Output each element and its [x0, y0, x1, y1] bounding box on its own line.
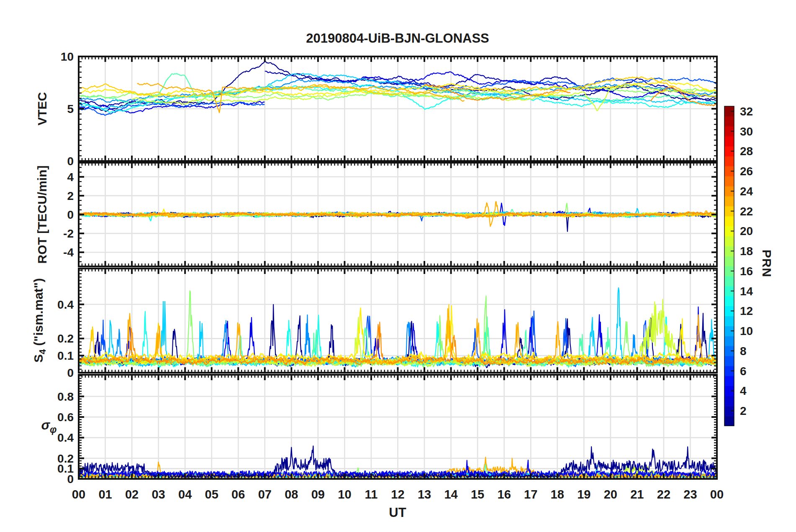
ytick-label: 0.1: [57, 349, 74, 362]
colorbar-tick-label: 6: [740, 365, 747, 378]
ytick-label: 0: [67, 208, 74, 221]
ylabel-rot: ROT [TECU/min]: [35, 166, 49, 264]
ytick-label: 0.4: [57, 298, 74, 311]
ytick-label: -2: [63, 227, 74, 240]
xtick-label: 14: [444, 488, 457, 501]
ytick-label: 0: [67, 366, 74, 379]
ytick-label: 4: [67, 171, 74, 184]
xtick-label: 03: [151, 488, 165, 501]
ytick-label: 0.6: [57, 411, 74, 424]
xlabel-ut: UT: [389, 505, 406, 520]
colorbar-tick-label: 24: [740, 185, 753, 198]
colorbar-tick-label: 14: [740, 285, 753, 298]
xtick-label: 13: [418, 488, 431, 501]
colorbar-tick-label: 8: [740, 345, 747, 358]
xtick-label: 00: [710, 488, 724, 501]
ytick-label: 0.2: [57, 452, 74, 465]
panel-sigma_phi: 00.10.20.40.60.8: [57, 375, 717, 486]
panel-VTEC: 0510: [61, 50, 717, 168]
xtick-label: 18: [551, 488, 564, 501]
figure-canvas: 0510-4-202400.10.20.400.10.20.40.60.8000…: [0, 0, 796, 532]
ytick-label: 0: [67, 155, 74, 168]
ylabel-vtec: VTEC: [35, 92, 49, 125]
figure: 0510-4-202400.10.20.400.10.20.40.60.8000…: [0, 0, 796, 532]
chart-title: 20190804-UiB-BJN-GLONASS: [306, 31, 489, 46]
colorbar-tick-label: 22: [740, 205, 753, 218]
xtick-label: 19: [577, 488, 591, 501]
xtick-label: 02: [125, 488, 139, 501]
panel-S4: 00.10.20.4: [57, 269, 717, 379]
xtick-label: 22: [657, 488, 670, 501]
panel-ROT: -4-2024: [63, 163, 717, 266]
xtick-label: 00: [72, 488, 85, 501]
colorbar-tick-label: 30: [740, 125, 753, 138]
xtick-label: 20: [604, 488, 617, 501]
s4-label-main: S: [31, 354, 45, 363]
ytick-label: -4: [63, 246, 74, 259]
colorbar-tick-label: 4: [740, 384, 747, 397]
xtick-label: 23: [683, 488, 697, 501]
ytick-label: 0.2: [57, 332, 74, 345]
colorbar-tick-label: 28: [740, 145, 753, 158]
s4-label-suffix: ("ism.mat"): [31, 278, 45, 349]
ytick-label: 2: [67, 189, 74, 202]
xtick-label: 21: [630, 488, 644, 501]
xtick-label: 12: [391, 488, 404, 501]
xtick-label: 01: [98, 488, 112, 501]
xtick-label: 15: [471, 488, 484, 501]
colorbar-tick-label: 16: [740, 265, 753, 278]
xtick-label: 08: [285, 488, 298, 501]
colorbar-tick-label: 32: [740, 105, 753, 118]
ytick-label: 5: [67, 102, 74, 115]
colorbar: 2468101214161820222426283032: [724, 105, 753, 426]
xtick-label: 10: [338, 488, 351, 501]
s4-label-sub: 4: [37, 349, 48, 354]
ylabel-s4: S4 ("ism.mat"): [31, 278, 48, 363]
xtick-label: 17: [524, 488, 537, 501]
colorbar-tick-label: 12: [740, 304, 753, 317]
ytick-label: 10: [61, 50, 74, 63]
sigma-label-sub: φ: [50, 424, 56, 435]
sigma-label-main: σ: [41, 418, 50, 432]
colorbar-tick-label: 10: [740, 325, 753, 338]
ylabel-sigma-phi: σφ: [41, 418, 57, 435]
colorbar-tick-label: 20: [740, 225, 753, 238]
ytick-label: 0.8: [57, 390, 74, 403]
colorbar-tick-label: 2: [740, 404, 747, 417]
xtick-label: 16: [498, 488, 511, 501]
xtick-label: 09: [311, 488, 325, 501]
xtick-label: 05: [205, 488, 218, 501]
colorbar-label: PRN: [760, 250, 774, 277]
ytick-label: 0.4: [57, 431, 74, 444]
xtick-label: 04: [178, 488, 192, 501]
xtick-label: 06: [231, 488, 245, 501]
colorbar-tick-label: 18: [740, 245, 753, 258]
xtick-label: 07: [258, 488, 272, 501]
colorbar-tick-label: 26: [740, 165, 753, 178]
xtick-label: 11: [365, 488, 378, 501]
